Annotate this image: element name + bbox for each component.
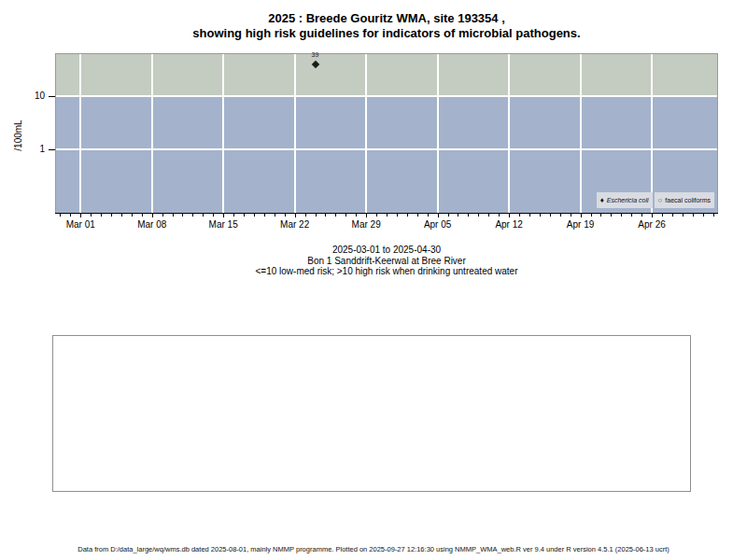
x-tick-label: Mar 22	[272, 219, 318, 230]
x-tick-minor	[560, 214, 561, 217]
legend-label-ecoli: Eschericia coli	[607, 197, 649, 203]
x-tick-minor	[213, 214, 214, 217]
subtitle-risk-note: <=10 low-med risk; >10 high risk when dr…	[56, 266, 717, 277]
x-tick-label: Mar 01	[57, 219, 104, 230]
x-tick-label: Apr 12	[486, 219, 532, 230]
x-tick-minor	[203, 214, 204, 217]
legend-label-faecal-coliforms: faecal coliforms	[665, 197, 711, 203]
x-tick-minor	[397, 214, 398, 217]
x-tick-minor	[182, 214, 183, 217]
y-axis-title: /100mL	[13, 117, 24, 154]
x-tick-minor	[101, 214, 102, 217]
chart-legend: ♦ Eschericia coli ○ faecal coliforms	[597, 192, 714, 208]
x-tick-minor	[305, 214, 306, 217]
x-tick-major	[438, 214, 439, 217]
x-tick-minor	[356, 214, 357, 217]
empty-panel	[52, 335, 691, 492]
x-tick-minor	[631, 214, 632, 217]
x-gridline	[294, 54, 296, 213]
x-tick-minor	[345, 214, 346, 217]
x-tick-minor	[275, 214, 275, 217]
x-tick-minor	[254, 214, 255, 217]
x-tick-label: Apr 19	[557, 219, 604, 230]
x-tick-label: Mar 08	[129, 219, 176, 230]
x-tick-minor	[316, 214, 317, 217]
x-tick-major	[509, 214, 510, 217]
open-circle-icon: ○	[658, 197, 663, 204]
x-tick-minor	[70, 214, 71, 217]
y-tick	[49, 96, 55, 97]
panel-border-right	[717, 53, 718, 214]
x-tick-minor	[132, 214, 133, 217]
x-tick-minor	[713, 214, 714, 217]
x-tick-minor	[285, 214, 286, 217]
x-tick-minor	[621, 214, 622, 217]
x-tick-minor	[91, 214, 92, 217]
x-tick-major	[295, 214, 296, 217]
x-tick-minor	[478, 214, 479, 217]
footer-note: Data from D:/data_large/wq/wms.db dated …	[0, 545, 747, 553]
legend-item-ecoli: ♦ Eschericia coli	[597, 192, 653, 208]
x-tick-minor	[529, 214, 530, 217]
x-tick-major	[366, 214, 367, 217]
x-tick-minor	[672, 214, 673, 217]
x-tick-minor	[540, 214, 541, 217]
x-gridline	[437, 54, 439, 213]
x-gridline	[222, 54, 224, 213]
x-tick-minor	[499, 214, 500, 217]
x-tick-minor	[458, 214, 458, 217]
x-tick-minor	[162, 214, 163, 217]
plot-canvas: 2025 : Breede Gouritz WMA, site 193354 ,…	[0, 0, 747, 560]
x-tick-minor	[591, 214, 592, 217]
x-tick-minor	[519, 214, 520, 217]
x-tick-minor	[264, 214, 265, 217]
x-tick-minor	[611, 214, 612, 217]
x-tick-minor	[142, 214, 143, 217]
x-tick-major	[80, 214, 81, 217]
data-point-label: 39	[312, 51, 319, 58]
x-tick-minor	[550, 214, 551, 217]
y-gridline	[56, 95, 717, 97]
x-gridline	[508, 54, 510, 213]
x-tick-minor	[173, 214, 174, 217]
x-tick-major	[581, 214, 582, 217]
x-tick-minor	[600, 214, 601, 217]
x-tick-minor	[662, 214, 663, 217]
x-tick-minor	[693, 214, 694, 217]
x-tick-minor	[233, 214, 234, 217]
x-tick-minor	[335, 214, 336, 217]
x-tick-label: Apr 26	[628, 219, 675, 230]
x-tick-minor	[417, 214, 418, 217]
x-tick-minor	[121, 214, 122, 217]
subtitle-date-range: 2025-03-01 to 2025-04-30	[56, 245, 717, 256]
x-tick-minor	[683, 214, 684, 217]
x-tick-major	[152, 214, 153, 217]
x-tick-minor	[571, 214, 571, 217]
y-tick	[49, 149, 55, 150]
x-tick-minor	[244, 214, 245, 217]
x-gridline	[580, 54, 582, 213]
subtitle-site-name: Bon 1 Sanddrift-Keerwal at Bree River	[56, 256, 717, 267]
chart-subtitle: 2025-03-01 to 2025-04-30 Bon 1 Sanddrift…	[56, 245, 717, 277]
x-tick-minor	[428, 214, 429, 217]
x-tick-label: Mar 15	[200, 219, 247, 230]
x-tick-major	[223, 214, 224, 217]
chart-panel: ♦ Eschericia coli ○ faecal coliforms 39	[56, 54, 717, 213]
x-tick-minor	[488, 214, 489, 217]
filled-diamond-icon: ♦	[600, 197, 604, 204]
x-tick-minor	[325, 214, 326, 217]
x-tick-minor	[703, 214, 704, 217]
chart-title-line2: showing high risk guidelines for indicat…	[56, 26, 717, 41]
legend-item-faecal-coliforms: ○ faecal coliforms	[655, 192, 714, 208]
x-tick-minor	[60, 214, 61, 217]
x-tick-minor	[192, 214, 193, 217]
x-tick-minor	[376, 214, 377, 217]
x-tick-minor	[448, 214, 449, 217]
x-tick-minor	[641, 214, 642, 217]
x-gridline	[651, 54, 653, 213]
x-tick-label: Mar 29	[343, 219, 389, 230]
risk-band-high	[56, 54, 717, 96]
x-gridline	[151, 54, 153, 213]
y-gridline	[56, 148, 717, 150]
y-tick-label: 10	[11, 91, 45, 101]
